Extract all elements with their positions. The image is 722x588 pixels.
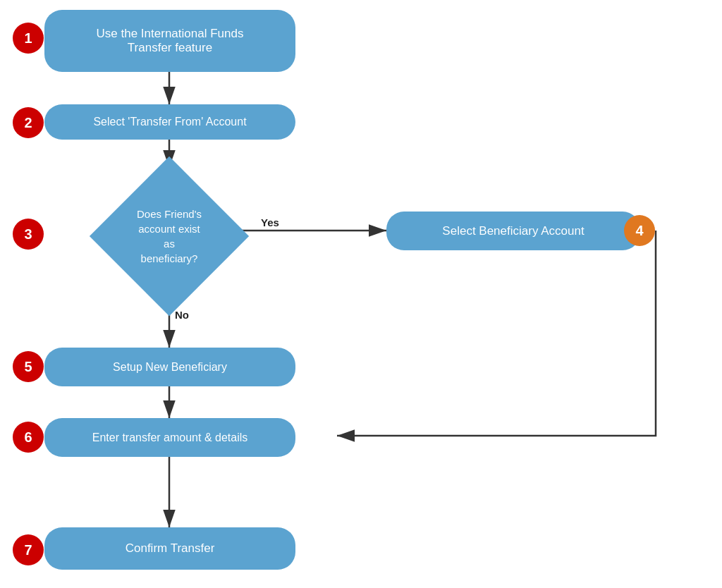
- node3-text: Does Friend's account exist as beneficia…: [137, 207, 202, 266]
- node2: Select 'Transfer From' Account: [44, 104, 295, 140]
- badge-2: 2: [13, 107, 44, 138]
- node3-container: Does Friend's account exist as beneficia…: [85, 169, 254, 303]
- badge-5: 5: [13, 351, 44, 382]
- badge-4: 4: [624, 215, 655, 246]
- badge-6: 6: [13, 422, 44, 453]
- node6: Enter transfer amount & details: [44, 418, 295, 457]
- yes-label: Yes: [261, 216, 279, 228]
- flowchart: Use the International Funds Transfer fea…: [0, 0, 722, 588]
- no-label: No: [175, 309, 189, 321]
- badge-7: 7: [13, 534, 44, 565]
- badge-3: 3: [13, 219, 44, 250]
- node4: Select Beneficiary Account: [386, 212, 640, 250]
- badge-1: 1: [13, 23, 44, 54]
- node1: Use the International Funds Transfer fea…: [44, 10, 295, 72]
- node5: Setup New Beneficiary: [44, 348, 295, 386]
- node7: Confirm Transfer: [44, 527, 295, 570]
